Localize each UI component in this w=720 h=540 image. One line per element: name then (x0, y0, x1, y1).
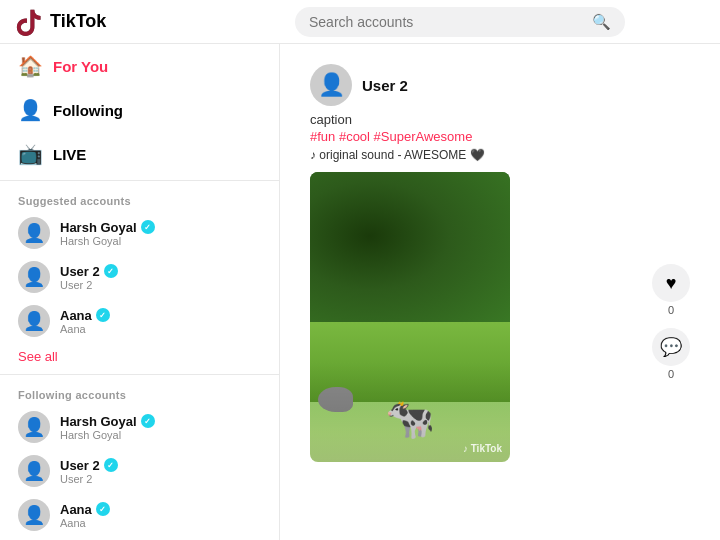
account-info: User 2 ✓ User 2 (60, 458, 118, 485)
verified-badge: ✓ (104, 264, 118, 278)
live-icon: 📺 (18, 142, 43, 166)
following-icon: 👤 (18, 98, 43, 122)
post-tags: #fun #cool #SuperAwesome (310, 129, 636, 144)
account-name: Harsh Goyal (60, 414, 137, 429)
account-handle: Aana (60, 323, 110, 335)
account-handle: Harsh Goyal (60, 235, 155, 247)
verified-badge: ✓ (96, 308, 110, 322)
avatar: 👤 (18, 411, 50, 443)
sidebar-divider-2 (0, 374, 279, 375)
account-name: User 2 (60, 264, 100, 279)
sound-text: ♪ original sound - AWESOME 🖤 (310, 148, 485, 162)
verified-badge: ✓ (104, 458, 118, 472)
account-name: Harsh Goyal (60, 220, 137, 235)
post-avatar: 👤 (310, 64, 352, 106)
account-info: Harsh Goyal ✓ Harsh Goyal (60, 220, 155, 247)
search-input[interactable] (309, 14, 584, 30)
account-name-row: Harsh Goyal ✓ (60, 414, 155, 429)
sidebar-item-live-label: LIVE (53, 146, 86, 163)
tiktok-logo-icon (16, 8, 44, 36)
suggested-account-aana[interactable]: 👤 Aana ✓ Aana (0, 299, 279, 343)
action-buttons: ♥ 0 💬 0 (652, 64, 690, 380)
video-forest-bg (310, 172, 510, 332)
account-name-row: Aana ✓ (60, 502, 110, 517)
following-account-harsh-goyal[interactable]: 👤 Harsh Goyal ✓ Harsh Goyal (0, 405, 279, 449)
post-left: 👤 User 2 caption #fun #cool #SuperAwesom… (310, 64, 636, 462)
search-icon-button[interactable]: 🔍 (592, 13, 611, 31)
tiktok-watermark: ♪ TikTok (463, 443, 502, 454)
account-name-row: Aana ✓ (60, 308, 110, 323)
home-icon: 🏠 (18, 54, 43, 78)
suggested-accounts-title: Suggested accounts (0, 185, 279, 211)
header: TikTok 🔍 (0, 0, 720, 44)
avatar: 👤 (18, 305, 50, 337)
like-count: 0 (668, 304, 674, 316)
account-name: Aana (60, 502, 92, 517)
post-sound: ♪ original sound - AWESOME 🖤 (310, 148, 636, 162)
post-username[interactable]: User 2 (362, 77, 408, 94)
like-icon: ♥ (652, 264, 690, 302)
sidebar-item-live[interactable]: 📺 LIVE (0, 132, 279, 176)
search-bar[interactable]: 🔍 (295, 7, 625, 37)
avatar: 👤 (18, 261, 50, 293)
video-thumbnail[interactable]: 🐄 ♪ TikTok (310, 172, 510, 462)
sidebar-item-following[interactable]: 👤 Following (0, 88, 279, 132)
sidebar-divider (0, 180, 279, 181)
following-account-aana[interactable]: 👤 Aana ✓ Aana (0, 493, 279, 537)
verified-badge: ✓ (141, 414, 155, 428)
comment-icon: 💬 (652, 328, 690, 366)
see-all-link[interactable]: See all (0, 343, 279, 370)
avatar: 👤 (18, 455, 50, 487)
account-handle: User 2 (60, 279, 118, 291)
account-info: Aana ✓ Aana (60, 502, 110, 529)
account-name-row: User 2 ✓ (60, 458, 118, 473)
account-handle: Aana (60, 517, 110, 529)
suggested-account-user2[interactable]: 👤 User 2 ✓ User 2 (0, 255, 279, 299)
post-user-row: 👤 User 2 (310, 64, 636, 106)
account-handle: User 2 (60, 473, 118, 485)
account-info: Aana ✓ Aana (60, 308, 110, 335)
comment-count: 0 (668, 368, 674, 380)
sidebar: 🏠 For You 👤 Following 📺 LIVE Suggested a… (0, 44, 280, 540)
suggested-account-harsh-goyal[interactable]: 👤 Harsh Goyal ✓ Harsh Goyal (0, 211, 279, 255)
following-account-user2[interactable]: 👤 User 2 ✓ User 2 (0, 449, 279, 493)
verified-badge: ✓ (96, 502, 110, 516)
sidebar-item-following-label: Following (53, 102, 123, 119)
like-button[interactable]: ♥ 0 (652, 264, 690, 316)
avatar: 👤 (18, 217, 50, 249)
account-handle: Harsh Goyal (60, 429, 155, 441)
comment-button[interactable]: 💬 0 (652, 328, 690, 380)
account-name: User 2 (60, 458, 100, 473)
verified-badge: ✓ (141, 220, 155, 234)
account-name: Aana (60, 308, 92, 323)
main-layout: 🏠 For You 👤 Following 📺 LIVE Suggested a… (0, 44, 720, 540)
sidebar-item-for-you[interactable]: 🏠 For You (0, 44, 279, 88)
logo-area: TikTok (16, 8, 216, 36)
account-name-row: Harsh Goyal ✓ (60, 220, 155, 235)
account-info: User 2 ✓ User 2 (60, 264, 118, 291)
content-area: 👤 User 2 caption #fun #cool #SuperAwesom… (280, 44, 720, 540)
sidebar-item-for-you-label: For You (53, 58, 108, 75)
logo-text: TikTok (50, 11, 106, 32)
account-info: Harsh Goyal ✓ Harsh Goyal (60, 414, 155, 441)
account-name-row: User 2 ✓ (60, 264, 118, 279)
post-container: 👤 User 2 caption #fun #cool #SuperAwesom… (310, 64, 690, 462)
following-accounts-title: Following accounts (0, 379, 279, 405)
post-caption: caption (310, 112, 636, 127)
avatar: 👤 (18, 499, 50, 531)
